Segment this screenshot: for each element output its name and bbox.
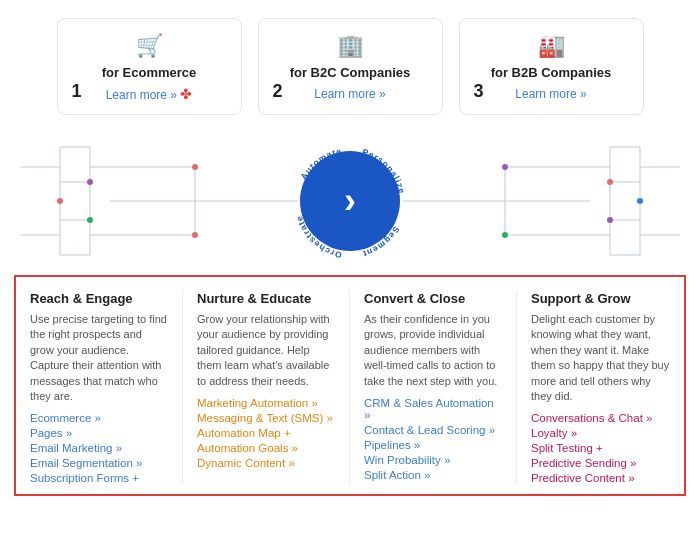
col-3-link-4[interactable]: Predictive Content » xyxy=(531,472,670,484)
center-circle: Automate Personalize Segment Orchestrate… xyxy=(300,151,400,251)
svg-point-32 xyxy=(87,179,93,185)
svg-text:Orchestrate: Orchestrate xyxy=(294,214,343,260)
col-3-link-2[interactable]: Split Testing + xyxy=(531,442,670,454)
col-3-link-1[interactable]: Loyalty » xyxy=(531,427,670,439)
ecommerce-icon: 🛒 xyxy=(74,33,225,59)
feature-grid: Reach & EngageUse precise targeting to f… xyxy=(14,275,686,496)
card-ecommerce: 🛒for EcommerceLearn more » ✤1 xyxy=(57,18,242,115)
col-2-link-2[interactable]: Pipelines » xyxy=(364,439,502,451)
grid-col-2: Convert & CloseAs their confidence in yo… xyxy=(350,291,517,484)
svg-point-30 xyxy=(192,164,198,170)
col-0-heading: Reach & Engage xyxy=(30,291,168,306)
col-3-heading: Support & Grow xyxy=(531,291,670,306)
svg-text:Segment: Segment xyxy=(361,225,401,260)
diagram-area: Automate Personalize Segment Orchestrate… xyxy=(0,127,700,275)
svg-point-37 xyxy=(607,179,613,185)
cursor-indicator: ✤ xyxy=(177,88,192,102)
col-3-link-3[interactable]: Predictive Sending » xyxy=(531,457,670,469)
b2b-title: for B2B Companies xyxy=(476,65,627,80)
b2b-number: 3 xyxy=(474,81,484,102)
col-0-link-4[interactable]: Subscription Forms + xyxy=(30,472,168,484)
svg-point-33 xyxy=(87,217,93,223)
col-2-link-4[interactable]: Split Action » xyxy=(364,469,502,481)
svg-text:Automate: Automate xyxy=(298,146,342,182)
svg-point-35 xyxy=(502,164,508,170)
col-1-heading: Nurture & Educate xyxy=(197,291,335,306)
grid-col-1: Nurture & EducateGrow your relationship … xyxy=(183,291,350,484)
ecommerce-learn-more-link[interactable]: Learn more » ✤ xyxy=(106,86,193,102)
grid-col-3: Support & GrowDelight each customer by k… xyxy=(517,291,684,484)
col-0-desc: Use precise targeting to find the right … xyxy=(30,312,168,404)
col-1-link-4[interactable]: Dynamic Content » xyxy=(197,457,335,469)
col-2-desc: As their confidence in you grows, provid… xyxy=(364,312,502,389)
grid-col-0: Reach & EngageUse precise targeting to f… xyxy=(16,291,183,484)
svg-text:Personalize: Personalize xyxy=(361,147,407,196)
col-2-heading: Convert & Close xyxy=(364,291,502,306)
b2c-icon: 🏢 xyxy=(275,33,426,59)
top-cards-section: 🛒for EcommerceLearn more » ✤1🏢for B2C Co… xyxy=(0,0,700,127)
col-1-link-0[interactable]: Marketing Automation » xyxy=(197,397,335,409)
ecommerce-title: for Ecommerce xyxy=(74,65,225,80)
col-1-link-2[interactable]: Automation Map + xyxy=(197,427,335,439)
svg-point-31 xyxy=(192,232,198,238)
b2c-learn-more-link[interactable]: Learn more » xyxy=(314,87,385,101)
b2b-icon: 🏭 xyxy=(476,33,627,59)
b2c-number: 2 xyxy=(273,81,283,102)
b2c-title: for B2C Companies xyxy=(275,65,426,80)
col-3-link-0[interactable]: Conversations & Chat » xyxy=(531,412,670,424)
card-b2c: 🏢for B2C CompaniesLearn more »2 xyxy=(258,18,443,115)
card-b2b: 🏭for B2B CompaniesLearn more »3 xyxy=(459,18,644,115)
col-2-link-1[interactable]: Contact & Lead Scoring » xyxy=(364,424,502,436)
col-1-link-1[interactable]: Messaging & Text (SMS) » xyxy=(197,412,335,424)
col-1-desc: Grow your relationship with your audienc… xyxy=(197,312,335,389)
col-3-desc: Delight each customer by knowing what th… xyxy=(531,312,670,404)
col-2-link-3[interactable]: Win Probability » xyxy=(364,454,502,466)
ecommerce-number: 1 xyxy=(72,81,82,102)
b2b-learn-more-link[interactable]: Learn more » xyxy=(515,87,586,101)
svg-point-39 xyxy=(637,198,643,204)
svg-point-38 xyxy=(607,217,613,223)
col-0-link-1[interactable]: Pages » xyxy=(30,427,168,439)
col-0-link-2[interactable]: Email Marketing » xyxy=(30,442,168,454)
svg-point-34 xyxy=(57,198,63,204)
col-2-link-0[interactable]: CRM & Sales Automation » xyxy=(364,397,502,421)
col-0-link-0[interactable]: Ecommerce » xyxy=(30,412,168,424)
col-0-link-3[interactable]: Email Segmentation » xyxy=(30,457,168,469)
svg-point-36 xyxy=(502,232,508,238)
col-1-link-3[interactable]: Automation Goals » xyxy=(197,442,335,454)
